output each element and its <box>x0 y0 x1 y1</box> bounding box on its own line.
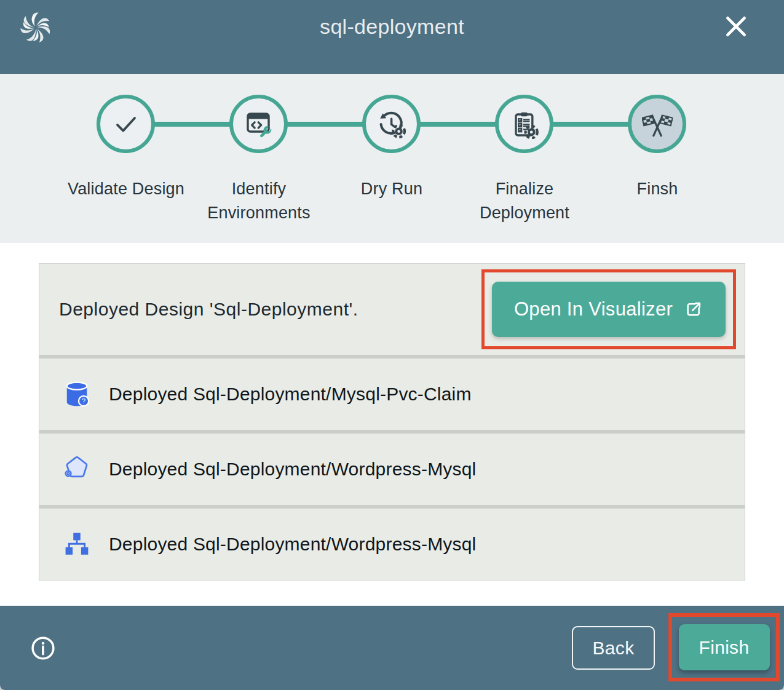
clipboard-gear-icon <box>510 109 539 139</box>
modal-title: sql-deployment <box>0 0 784 53</box>
result-row-wordpress-mysql-tree: Deployed Sql-Deployment/Wordpress-Mysql <box>39 509 745 580</box>
check-icon <box>111 109 141 139</box>
wizard-stepper: Validate Design Identify Environments <box>0 74 784 243</box>
open-in-visualizer-label: Open In Visualizer <box>514 298 673 320</box>
deployed-design-text: Deployed Design 'Sql-Deployment'. <box>39 299 358 320</box>
results-panel: Deployed Design 'Sql-Deployment'. Open I… <box>0 243 784 606</box>
pod-icon <box>61 454 92 485</box>
step-circle-identify-environments <box>229 95 288 153</box>
checkered-flags-icon <box>642 109 673 140</box>
step-label-finalize-deployment: Finalize Deployment <box>451 177 598 225</box>
step-label-validate-design: Validate Design <box>52 177 200 201</box>
step-circle-finalize-deployment <box>495 95 553 153</box>
modal-header: sql-deployment <box>0 0 784 74</box>
deployment-wizard-modal: sql-deployment Validate Design <box>0 0 784 690</box>
result-row-text: Deployed Sql-Deployment/Mysql-Pvc-Claim <box>109 384 472 405</box>
step-circle-dry-run <box>362 95 421 153</box>
deployment-results-list: Deployed Design 'Sql-Deployment'. Open I… <box>39 263 745 581</box>
info-icon <box>30 635 57 662</box>
hierarchy-icon <box>61 529 92 560</box>
step-circle-validate-design <box>97 95 155 153</box>
code-window-wrench-icon <box>244 109 274 139</box>
result-row-mysql-pvc-claim: ? Deployed Sql-Deployment/Mysql-Pvc-Clai… <box>39 359 745 430</box>
back-button[interactable]: Back <box>572 626 655 670</box>
svg-text:?: ? <box>82 397 86 405</box>
info-button[interactable] <box>30 635 57 662</box>
open-in-visualizer-button[interactable]: Open In Visualizer <box>492 282 726 337</box>
database-icon: ? <box>61 379 92 410</box>
result-row-text: Deployed Sql-Deployment/Wordpress-Mysql <box>109 534 476 555</box>
deployed-design-row: Deployed Design 'Sql-Deployment'. Open I… <box>39 264 745 355</box>
step-circle-finish <box>628 95 686 153</box>
step-label-dry-run: Dry Run <box>318 177 465 201</box>
finish-button[interactable]: Finish <box>679 624 770 670</box>
step-label-finish: Finsh <box>584 177 731 201</box>
close-icon <box>721 12 751 41</box>
annotation-box-visualizer: Open In Visualizer <box>481 269 736 349</box>
history-gear-icon <box>377 109 406 139</box>
annotation-box-finish: Finish <box>668 613 780 681</box>
external-link-icon <box>684 299 703 319</box>
close-button[interactable] <box>721 12 751 41</box>
step-label-identify-environments: Identify Environments <box>185 177 333 225</box>
result-row-wordpress-mysql-pod: Deployed Sql-Deployment/Wordpress-Mysql <box>39 434 745 505</box>
modal-footer: Back Finish <box>0 606 784 690</box>
result-row-text: Deployed Sql-Deployment/Wordpress-Mysql <box>109 459 476 480</box>
